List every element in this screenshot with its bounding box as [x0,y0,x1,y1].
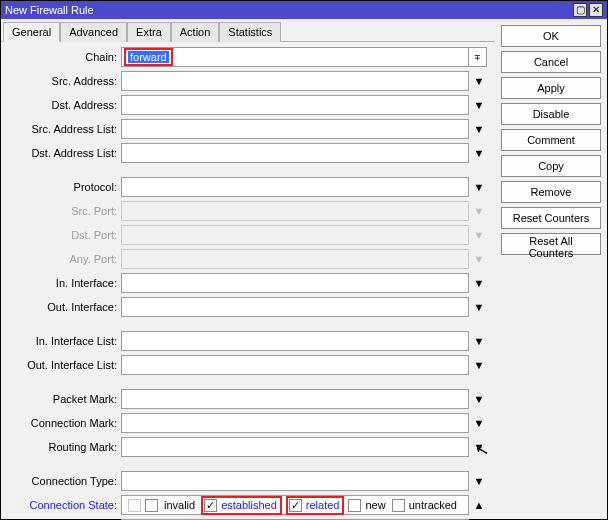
label-in-interface: In. Interface: [1,277,121,289]
label-connection-type: Connection Type: [1,475,121,487]
reset-counters-button[interactable]: Reset Counters [501,207,601,229]
label-connection-state: Connection State: [1,499,121,511]
tab-action[interactable]: Action [171,22,220,42]
in-interface-list-toggle-icon[interactable]: ▼ [471,336,487,347]
conn-state-related-label: related [306,499,340,511]
tab-general[interactable]: General [3,22,60,42]
out-interface-toggle-icon[interactable]: ▼ [471,302,487,313]
any-port-input [121,249,469,269]
ok-button[interactable]: OK [501,25,601,47]
label-connection-mark: Connection Mark: [1,417,121,429]
remove-button[interactable]: Remove [501,181,601,203]
in-interface-toggle-icon[interactable]: ▼ [471,278,487,289]
label-packet-mark: Packet Mark: [1,393,121,405]
main-panel: General Advanced Extra Action Statistics… [1,19,495,519]
tab-strip: General Advanced Extra Action Statistics [1,19,495,42]
window-controls: ▢ ✕ [573,3,603,17]
tab-statistics[interactable]: Statistics [219,22,281,42]
close-button[interactable]: ✕ [589,3,603,17]
chain-value: forward [128,51,169,63]
general-form: Chain: forward ∓ Src. Address: ▼ Dst. Ad… [1,42,495,520]
label-out-interface: Out. Interface: [1,301,121,313]
tab-extra[interactable]: Extra [127,22,171,42]
dst-address-list-toggle-icon[interactable]: ▼ [471,148,487,159]
copy-button[interactable]: Copy [501,155,601,177]
label-src-address-list: Src. Address List: [1,123,121,135]
packet-mark-input[interactable] [121,389,469,409]
window-title: New Firewall Rule [5,4,94,16]
packet-mark-toggle-icon[interactable]: ▼ [471,394,487,405]
comment-button[interactable]: Comment [501,129,601,151]
conn-state-new-checkbox[interactable] [348,499,361,512]
label-dst-port: Dst. Port: [1,229,121,241]
cancel-button[interactable]: Cancel [501,51,601,73]
conn-state-related-highlight: related [286,496,345,515]
tab-advanced[interactable]: Advanced [60,22,127,42]
maximize-button[interactable]: ▢ [573,3,587,17]
connection-mark-toggle-icon[interactable]: ▼ [471,418,487,429]
src-address-toggle-icon[interactable]: ▼ [471,76,487,87]
src-port-toggle-icon: ▼ [471,206,487,217]
side-buttons: OK Cancel Apply Disable Comment Copy Rem… [495,19,607,519]
dst-address-list-input[interactable] [121,143,469,163]
out-interface-input[interactable] [121,297,469,317]
label-dst-address-list: Dst. Address List: [1,147,121,159]
label-dst-address: Dst. Address: [1,99,121,111]
conn-state-untracked-checkbox[interactable] [392,499,405,512]
conn-state-established-label: established [221,499,277,511]
src-port-input [121,201,469,221]
conn-state-invalid-label: invalid [164,499,195,511]
protocol-input[interactable] [121,177,469,197]
chain-input[interactable]: forward [121,47,469,67]
label-routing-mark: Routing Mark: [1,441,121,453]
reset-all-counters-button[interactable]: Reset All Counters [501,233,601,255]
label-chain: Chain: [1,51,121,63]
src-address-input[interactable] [121,71,469,91]
label-out-interface-list: Out. Interface List: [1,359,121,371]
conn-state-neg-checkbox[interactable] [128,499,141,512]
connection-type-input[interactable] [121,471,469,491]
connection-type-toggle-icon[interactable]: ▼ [471,476,487,487]
label-any-port: Any. Port: [1,253,121,265]
chain-dropdown-icon[interactable]: ∓ [469,47,487,67]
conn-state-new-label: new [365,499,385,511]
label-src-address: Src. Address: [1,75,121,87]
routing-mark-toggle-icon[interactable]: ▼ [471,442,487,453]
any-port-toggle-icon: ▼ [471,254,487,265]
dst-port-input [121,225,469,245]
in-interface-input[interactable] [121,273,469,293]
src-address-list-input[interactable] [121,119,469,139]
routing-mark-input[interactable] [121,437,469,457]
in-interface-list-input[interactable] [121,331,469,351]
titlebar: New Firewall Rule ▢ ✕ [1,1,607,19]
label-protocol: Protocol: [1,181,121,193]
firewall-rule-window: New Firewall Rule ▢ ✕ General Advanced E… [0,0,608,520]
dst-address-input[interactable] [121,95,469,115]
src-address-list-toggle-icon[interactable]: ▼ [471,124,487,135]
label-in-interface-list: In. Interface List: [1,335,121,347]
out-interface-list-input[interactable] [121,355,469,375]
connection-state-field[interactable]: invalid established related new untracke… [121,495,469,515]
conn-state-untracked-label: untracked [409,499,457,511]
conn-state-related-checkbox[interactable] [289,499,302,512]
label-src-port: Src. Port: [1,205,121,217]
conn-state-established-checkbox[interactable] [204,499,217,512]
conn-state-established-highlight: established [201,496,282,515]
connection-mark-input[interactable] [121,413,469,433]
apply-button[interactable]: Apply [501,77,601,99]
protocol-toggle-icon[interactable]: ▼ [471,182,487,193]
out-interface-list-toggle-icon[interactable]: ▼ [471,360,487,371]
dst-address-toggle-icon[interactable]: ▼ [471,100,487,111]
connection-state-toggle-icon[interactable]: ▲ [471,500,487,511]
chain-highlight: forward [124,48,173,66]
dst-port-toggle-icon: ▼ [471,230,487,241]
disable-button[interactable]: Disable [501,103,601,125]
conn-state-invalid-checkbox[interactable] [145,499,158,512]
